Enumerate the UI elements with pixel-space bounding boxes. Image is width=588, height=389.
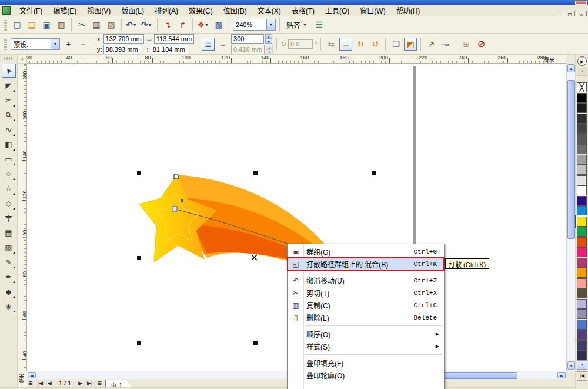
ellipse-tool[interactable]: ○ — [2, 167, 16, 181]
zoom-level-combo[interactable]: 240% ▼ — [233, 19, 276, 31]
menu-item-1[interactable]: 编辑(E) — [48, 4, 82, 17]
color-swatch-2[interactable] — [577, 103, 587, 113]
polygon-tool-flyout-icon[interactable] — [13, 192, 15, 195]
palette-scroll-up-button[interactable]: ▲ — [577, 68, 587, 76]
outline-pen-tool[interactable]: ✒ — [2, 270, 16, 284]
menu-item-9[interactable]: 工具(O) — [320, 4, 355, 17]
color-swatch-25[interactable] — [577, 340, 587, 350]
path-node-anchor[interactable] — [172, 207, 177, 211]
remove-preset-button[interactable]: − — [76, 38, 89, 51]
first-page-icon[interactable]: |◀ — [36, 380, 44, 386]
undo-dropdown-icon[interactable]: ▼ — [133, 23, 138, 27]
context-menu-item-8[interactable]: 顺序(O)▶ — [288, 328, 444, 340]
crop-tool[interactable]: ✂ — [2, 93, 16, 107]
import-button[interactable]: ↴ — [161, 18, 174, 31]
smart-fill-tool[interactable]: ◧ — [2, 137, 16, 151]
color-swatch-4[interactable] — [577, 124, 587, 134]
propbar-grip[interactable] — [4, 38, 7, 50]
print-button[interactable]: ▥ — [55, 18, 68, 31]
path-node-mid[interactable] — [181, 199, 183, 202]
color-acceleration-button[interactable]: ◩ — [404, 38, 417, 51]
snap-dropdown-icon[interactable]: ▼ — [303, 23, 308, 27]
zoom-tool[interactable]: ⚲ — [2, 108, 16, 122]
palette-expand-button[interactable]: |◀ — [577, 371, 587, 381]
eyedropper-tool[interactable]: ✎ — [2, 255, 16, 269]
undo-button[interactable]: ↶▼ — [125, 18, 139, 31]
color-swatch-none[interactable]: ╳ — [577, 82, 587, 92]
width-field[interactable]: 113.544 mm — [154, 34, 194, 44]
toolbar-grip[interactable] — [4, 19, 7, 31]
color-swatch-15[interactable] — [577, 237, 587, 247]
launcher-dropdown-icon[interactable]: ▼ — [205, 23, 210, 27]
freehand-tool-flyout-icon[interactable] — [13, 134, 15, 136]
spinner-up-icon[interactable]: ▲ — [265, 34, 272, 39]
smart-fill-tool-flyout-icon[interactable] — [13, 148, 15, 151]
color-swatch-6[interactable] — [577, 144, 587, 154]
app-launcher-button[interactable]: ❖▼ — [196, 18, 211, 31]
color-swatch-13[interactable] — [577, 217, 587, 227]
misc-blend-button[interactable]: ⇆ — [325, 38, 338, 51]
copy-blend-properties-button[interactable]: ⊞ — [460, 38, 473, 51]
open-button[interactable]: ▤ — [25, 18, 38, 31]
zoom-combo-dropdown-icon[interactable]: ▼ — [266, 19, 275, 30]
menu-item-10[interactable]: 窗口(W) — [355, 4, 390, 17]
blend-tool[interactable]: ▨ — [2, 240, 16, 254]
context-menu-item-3[interactable]: ↶撤消移动(U)Ctrl+Z — [288, 274, 444, 287]
freehand-tool[interactable]: ∿ — [2, 122, 16, 137]
snap-button[interactable]: 贴齐 ▼ — [283, 18, 311, 31]
shape-tool-flyout-icon[interactable] — [13, 89, 15, 92]
horizontal-ruler[interactable]: 毫米 2040608010012014016018020022024026028… — [27, 55, 566, 64]
context-menu-item-11[interactable]: 叠印填充(F) — [288, 357, 444, 369]
blend-steps-toggle[interactable]: ≣ — [202, 38, 215, 51]
paste-button[interactable]: ▧ — [105, 18, 118, 31]
spinner-down-icon[interactable]: ▼ — [265, 39, 272, 44]
ellipse-tool-flyout-icon[interactable] — [13, 178, 15, 180]
next-page-icon[interactable]: ▶ — [77, 380, 83, 386]
clear-blend-button[interactable]: ⊘ — [475, 38, 487, 51]
preset-dropdown-icon[interactable]: ▼ — [51, 39, 59, 49]
add-page-icon-2[interactable]: ⊞ — [96, 380, 103, 386]
color-swatch-26[interactable] — [577, 350, 587, 360]
scroll-down-button[interactable]: ▼ — [567, 361, 575, 370]
menu-item-0[interactable]: 文件(F) — [14, 4, 48, 17]
context-menu-item-1[interactable]: ◱打散路径群组上的 混合(B)Ctrl+K — [288, 258, 444, 270]
palette-scroll-down-button[interactable]: ▼ — [577, 360, 587, 370]
direct-blend-button[interactable]: → — [339, 38, 352, 51]
fill-tool[interactable]: ◆ — [2, 284, 16, 298]
color-swatch-22[interactable] — [577, 309, 587, 319]
options-button[interactable]: ☰ — [313, 18, 326, 31]
redo-button[interactable]: ↷▼ — [141, 18, 154, 31]
selection-handle-middle-left[interactable] — [137, 256, 141, 260]
color-swatch-19[interactable] — [577, 278, 587, 288]
path-properties-button[interactable]: ↝ — [439, 38, 452, 51]
interactive-fill-tool[interactable]: ◈ — [2, 299, 16, 313]
preset-combo[interactable]: 预设... ▼ — [11, 38, 60, 50]
blend-spacing-toggle[interactable]: ↔ — [216, 38, 229, 51]
scroll-right-button[interactable]: ▶ — [557, 372, 566, 378]
color-swatch-12[interactable] — [577, 206, 587, 216]
zoom-level-value[interactable]: 240% — [233, 21, 266, 28]
new-button[interactable]: ▢ — [11, 18, 24, 31]
blend-tool-flyout-icon[interactable] — [13, 251, 15, 254]
outline-pen-tool-flyout-icon[interactable] — [13, 281, 15, 283]
color-swatch-16[interactable] — [577, 247, 587, 257]
color-swatch-24[interactable] — [577, 330, 587, 340]
context-menu-item-5[interactable]: ▥复制(C)Ctrl+C — [288, 299, 444, 311]
selection-handle-top-right[interactable] — [372, 171, 376, 175]
menu-item-3[interactable]: 版面(L) — [116, 4, 149, 17]
object-acceleration-button[interactable]: ❒ — [389, 38, 402, 51]
page-tab[interactable]: 页 1 — [105, 380, 131, 387]
menu-item-6[interactable]: 位图(B) — [218, 4, 252, 17]
counterclockwise-blend-button[interactable]: ↺ — [369, 38, 382, 51]
color-swatch-21[interactable] — [577, 299, 587, 309]
rectangle-tool-flyout-icon[interactable] — [13, 163, 15, 165]
color-swatch-1[interactable] — [577, 93, 587, 103]
path-node-start[interactable] — [174, 175, 178, 179]
context-menu-item-9[interactable]: 样式(S)▶ — [288, 340, 444, 353]
color-swatch-17[interactable] — [577, 258, 587, 268]
color-swatch-7[interactable] — [577, 155, 587, 165]
shape-tool[interactable]: ◤ — [2, 78, 16, 92]
blend-steps-field[interactable]: 300 — [231, 34, 264, 44]
fill-tool-flyout-icon[interactable] — [13, 295, 15, 298]
height-field[interactable]: 81.104 mm — [151, 45, 188, 54]
